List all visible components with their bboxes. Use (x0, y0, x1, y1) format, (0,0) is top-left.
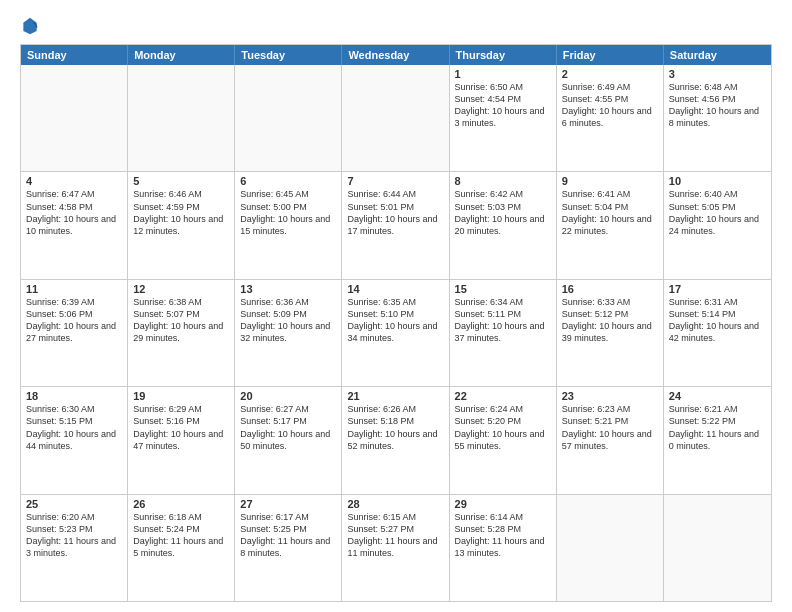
cell-text: Sunrise: 6:36 AM Sunset: 5:09 PM Dayligh… (240, 296, 336, 345)
cell-text: Sunrise: 6:14 AM Sunset: 5:28 PM Dayligh… (455, 511, 551, 560)
header-cell-monday: Monday (128, 45, 235, 65)
calendar-cell: 28Sunrise: 6:15 AM Sunset: 5:27 PM Dayli… (342, 495, 449, 601)
day-number: 29 (455, 498, 551, 510)
calendar-cell: 7Sunrise: 6:44 AM Sunset: 5:01 PM Daylig… (342, 172, 449, 278)
calendar: SundayMondayTuesdayWednesdayThursdayFrid… (20, 44, 772, 602)
cell-text: Sunrise: 6:50 AM Sunset: 4:54 PM Dayligh… (455, 81, 551, 130)
calendar-body: 1Sunrise: 6:50 AM Sunset: 4:54 PM Daylig… (21, 65, 771, 601)
day-number: 25 (26, 498, 122, 510)
day-number: 10 (669, 175, 766, 187)
cell-text: Sunrise: 6:23 AM Sunset: 5:21 PM Dayligh… (562, 403, 658, 452)
cell-text: Sunrise: 6:48 AM Sunset: 4:56 PM Dayligh… (669, 81, 766, 130)
calendar-cell (21, 65, 128, 171)
calendar-cell: 25Sunrise: 6:20 AM Sunset: 5:23 PM Dayli… (21, 495, 128, 601)
day-number: 11 (26, 283, 122, 295)
calendar-cell: 20Sunrise: 6:27 AM Sunset: 5:17 PM Dayli… (235, 387, 342, 493)
cell-text: Sunrise: 6:27 AM Sunset: 5:17 PM Dayligh… (240, 403, 336, 452)
header-cell-saturday: Saturday (664, 45, 771, 65)
day-number: 27 (240, 498, 336, 510)
calendar-cell (128, 65, 235, 171)
calendar-cell (342, 65, 449, 171)
calendar-cell: 9Sunrise: 6:41 AM Sunset: 5:04 PM Daylig… (557, 172, 664, 278)
calendar-cell: 23Sunrise: 6:23 AM Sunset: 5:21 PM Dayli… (557, 387, 664, 493)
cell-text: Sunrise: 6:30 AM Sunset: 5:15 PM Dayligh… (26, 403, 122, 452)
cell-text: Sunrise: 6:49 AM Sunset: 4:55 PM Dayligh… (562, 81, 658, 130)
day-number: 18 (26, 390, 122, 402)
day-number: 7 (347, 175, 443, 187)
calendar-cell: 12Sunrise: 6:38 AM Sunset: 5:07 PM Dayli… (128, 280, 235, 386)
page-header (20, 16, 772, 36)
day-number: 22 (455, 390, 551, 402)
cell-text: Sunrise: 6:47 AM Sunset: 4:58 PM Dayligh… (26, 188, 122, 237)
day-number: 2 (562, 68, 658, 80)
calendar-cell: 5Sunrise: 6:46 AM Sunset: 4:59 PM Daylig… (128, 172, 235, 278)
calendar-row-1: 4Sunrise: 6:47 AM Sunset: 4:58 PM Daylig… (21, 171, 771, 278)
cell-text: Sunrise: 6:17 AM Sunset: 5:25 PM Dayligh… (240, 511, 336, 560)
cell-text: Sunrise: 6:33 AM Sunset: 5:12 PM Dayligh… (562, 296, 658, 345)
calendar-cell: 16Sunrise: 6:33 AM Sunset: 5:12 PM Dayli… (557, 280, 664, 386)
day-number: 28 (347, 498, 443, 510)
header-cell-sunday: Sunday (21, 45, 128, 65)
day-number: 4 (26, 175, 122, 187)
calendar-cell: 14Sunrise: 6:35 AM Sunset: 5:10 PM Dayli… (342, 280, 449, 386)
calendar-cell: 17Sunrise: 6:31 AM Sunset: 5:14 PM Dayli… (664, 280, 771, 386)
cell-text: Sunrise: 6:31 AM Sunset: 5:14 PM Dayligh… (669, 296, 766, 345)
calendar-cell: 3Sunrise: 6:48 AM Sunset: 4:56 PM Daylig… (664, 65, 771, 171)
calendar-cell: 4Sunrise: 6:47 AM Sunset: 4:58 PM Daylig… (21, 172, 128, 278)
day-number: 5 (133, 175, 229, 187)
calendar-cell (664, 495, 771, 601)
day-number: 23 (562, 390, 658, 402)
day-number: 20 (240, 390, 336, 402)
calendar-cell: 18Sunrise: 6:30 AM Sunset: 5:15 PM Dayli… (21, 387, 128, 493)
cell-text: Sunrise: 6:29 AM Sunset: 5:16 PM Dayligh… (133, 403, 229, 452)
day-number: 24 (669, 390, 766, 402)
day-number: 13 (240, 283, 336, 295)
calendar-cell (557, 495, 664, 601)
cell-text: Sunrise: 6:42 AM Sunset: 5:03 PM Dayligh… (455, 188, 551, 237)
day-number: 9 (562, 175, 658, 187)
cell-text: Sunrise: 6:15 AM Sunset: 5:27 PM Dayligh… (347, 511, 443, 560)
header-cell-tuesday: Tuesday (235, 45, 342, 65)
day-number: 21 (347, 390, 443, 402)
calendar-cell: 22Sunrise: 6:24 AM Sunset: 5:20 PM Dayli… (450, 387, 557, 493)
calendar-cell: 1Sunrise: 6:50 AM Sunset: 4:54 PM Daylig… (450, 65, 557, 171)
calendar-cell: 6Sunrise: 6:45 AM Sunset: 5:00 PM Daylig… (235, 172, 342, 278)
cell-text: Sunrise: 6:24 AM Sunset: 5:20 PM Dayligh… (455, 403, 551, 452)
cell-text: Sunrise: 6:46 AM Sunset: 4:59 PM Dayligh… (133, 188, 229, 237)
header-cell-thursday: Thursday (450, 45, 557, 65)
cell-text: Sunrise: 6:39 AM Sunset: 5:06 PM Dayligh… (26, 296, 122, 345)
calendar-cell: 15Sunrise: 6:34 AM Sunset: 5:11 PM Dayli… (450, 280, 557, 386)
cell-text: Sunrise: 6:44 AM Sunset: 5:01 PM Dayligh… (347, 188, 443, 237)
day-number: 16 (562, 283, 658, 295)
cell-text: Sunrise: 6:38 AM Sunset: 5:07 PM Dayligh… (133, 296, 229, 345)
calendar-cell (235, 65, 342, 171)
calendar-cell: 19Sunrise: 6:29 AM Sunset: 5:16 PM Dayli… (128, 387, 235, 493)
cell-text: Sunrise: 6:40 AM Sunset: 5:05 PM Dayligh… (669, 188, 766, 237)
cell-text: Sunrise: 6:45 AM Sunset: 5:00 PM Dayligh… (240, 188, 336, 237)
calendar-cell: 8Sunrise: 6:42 AM Sunset: 5:03 PM Daylig… (450, 172, 557, 278)
calendar-cell: 13Sunrise: 6:36 AM Sunset: 5:09 PM Dayli… (235, 280, 342, 386)
cell-text: Sunrise: 6:41 AM Sunset: 5:04 PM Dayligh… (562, 188, 658, 237)
cell-text: Sunrise: 6:21 AM Sunset: 5:22 PM Dayligh… (669, 403, 766, 452)
day-number: 14 (347, 283, 443, 295)
calendar-row-3: 18Sunrise: 6:30 AM Sunset: 5:15 PM Dayli… (21, 386, 771, 493)
day-number: 12 (133, 283, 229, 295)
calendar-row-0: 1Sunrise: 6:50 AM Sunset: 4:54 PM Daylig… (21, 65, 771, 171)
cell-text: Sunrise: 6:35 AM Sunset: 5:10 PM Dayligh… (347, 296, 443, 345)
calendar-cell: 21Sunrise: 6:26 AM Sunset: 5:18 PM Dayli… (342, 387, 449, 493)
calendar-cell: 26Sunrise: 6:18 AM Sunset: 5:24 PM Dayli… (128, 495, 235, 601)
day-number: 26 (133, 498, 229, 510)
calendar-cell: 10Sunrise: 6:40 AM Sunset: 5:05 PM Dayli… (664, 172, 771, 278)
cell-text: Sunrise: 6:18 AM Sunset: 5:24 PM Dayligh… (133, 511, 229, 560)
header-cell-wednesday: Wednesday (342, 45, 449, 65)
calendar-cell: 11Sunrise: 6:39 AM Sunset: 5:06 PM Dayli… (21, 280, 128, 386)
calendar-row-2: 11Sunrise: 6:39 AM Sunset: 5:06 PM Dayli… (21, 279, 771, 386)
calendar-row-4: 25Sunrise: 6:20 AM Sunset: 5:23 PM Dayli… (21, 494, 771, 601)
calendar-header: SundayMondayTuesdayWednesdayThursdayFrid… (21, 45, 771, 65)
logo (20, 16, 44, 36)
day-number: 19 (133, 390, 229, 402)
calendar-cell: 29Sunrise: 6:14 AM Sunset: 5:28 PM Dayli… (450, 495, 557, 601)
day-number: 15 (455, 283, 551, 295)
cell-text: Sunrise: 6:26 AM Sunset: 5:18 PM Dayligh… (347, 403, 443, 452)
cell-text: Sunrise: 6:34 AM Sunset: 5:11 PM Dayligh… (455, 296, 551, 345)
